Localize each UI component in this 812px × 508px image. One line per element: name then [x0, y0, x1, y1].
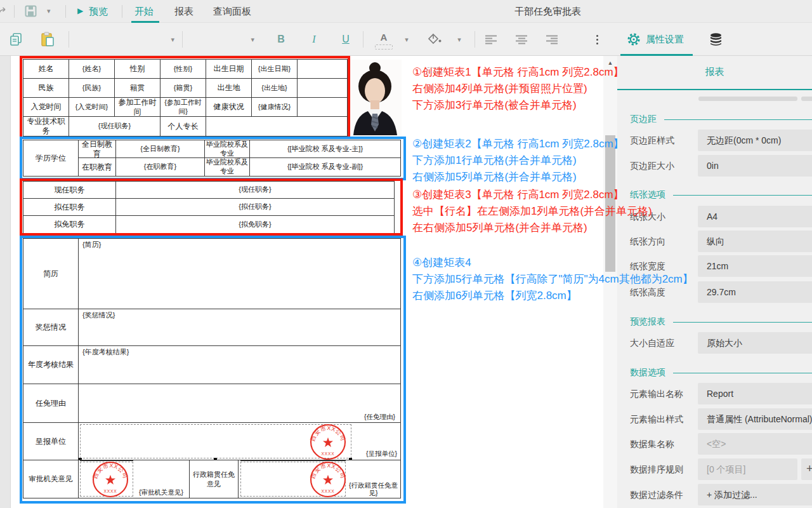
play-icon[interactable]: ▶ [77, 6, 83, 15]
cell[interactable]: {现任职务} [116, 182, 394, 199]
id-photo[interactable] [349, 60, 402, 135]
cell[interactable]: {奖惩情况} [79, 309, 400, 346]
underline-button[interactable]: U [337, 23, 354, 56]
align-center-button[interactable] [514, 23, 528, 56]
paper-width-field[interactable]: 21cm [698, 255, 812, 277]
cell[interactable]: {年度考核结果} [79, 346, 400, 384]
cell[interactable]: {性别} [160, 60, 206, 79]
cell[interactable]: 参加工作时间 [115, 98, 160, 117]
scrollbar-thumb[interactable] [605, 135, 615, 272]
cell[interactable]: 专业技术职务 [23, 117, 69, 136]
font-family-combobox[interactable]: ▾ [73, 23, 174, 56]
cell[interactable]: {参加工作时间} [160, 98, 206, 117]
cell[interactable]: 任免理由 [23, 384, 79, 423]
cell[interactable]: 性别 [115, 60, 160, 79]
align-right-button[interactable] [545, 23, 559, 56]
add-sort-rule-button[interactable]: + [801, 458, 812, 480]
canvas-vertical-scrollbar[interactable]: ▲ [603, 56, 617, 508]
fill-color-caret[interactable]: ▾ [453, 23, 466, 56]
save-icon[interactable] [25, 5, 37, 17]
margin-size-field[interactable]: 0in [698, 155, 812, 177]
cell[interactable]: {健康情况} [252, 98, 298, 117]
element-output-style-field[interactable]: 普通属性 (AttributeNormal) [698, 408, 812, 430]
cell[interactable]: {任免理由} [79, 384, 400, 423]
italic-button[interactable]: I [306, 23, 322, 56]
font-color-button[interactable]: A [374, 23, 393, 56]
fill-color-bucket-icon[interactable] [428, 33, 443, 44]
add-filter-button[interactable]: + 添加过滤... [698, 484, 812, 505]
cell[interactable]: {全日制教育} [116, 140, 205, 158]
cell[interactable]: {拟任职务} [116, 199, 394, 216]
properties-settings-tab[interactable]: 属性设置 [627, 23, 684, 56]
cell[interactable]: 行政籍贯任免意见 [189, 460, 239, 498]
paper-orientation-field[interactable]: 纵向 [698, 231, 812, 252]
cell[interactable]: 民族 [23, 79, 69, 98]
copy-icon[interactable] [9, 32, 23, 46]
cell[interactable] [206, 117, 347, 136]
cell[interactable]: 毕业院校系及专业 [205, 140, 250, 158]
cell[interactable]: 审批机关意见 [23, 460, 79, 498]
cell[interactable]: 拟免职务 [23, 216, 116, 233]
more-options-button[interactable] [591, 23, 603, 56]
paste-icon[interactable] [40, 32, 56, 48]
cell[interactable]: {姓名} [69, 60, 115, 79]
cell[interactable]: 籍贯 [115, 79, 160, 98]
cell[interactable]: {[毕业院校 系及专业-副]} [250, 158, 400, 176]
photo-placeholder-cell[interactable] [298, 98, 347, 117]
cell[interactable]: 出生地 [206, 79, 252, 98]
cell[interactable]: 个人专长 [160, 117, 206, 136]
cell[interactable]: 姓名 [23, 60, 69, 79]
cell[interactable]: {在职教育} [116, 158, 205, 176]
cell[interactable]: 呈报单位 [23, 423, 79, 460]
margin-style-field[interactable]: 无边距(0cm * 0cm) [698, 130, 812, 151]
cell[interactable]: 西安市XX公司 XXXX {审批机关意见} 行政籍贯任免意见 西安市XX公司 X… [79, 460, 400, 498]
font-color-caret[interactable]: ▾ [400, 23, 413, 56]
paper-height-field[interactable]: 29.7cm [698, 281, 812, 303]
cell[interactable]: 简历 [23, 239, 79, 309]
cell[interactable]: 健康状况 [206, 98, 252, 117]
photo-placeholder-cell[interactable] [298, 79, 347, 98]
cell[interactable]: {拟免职务} [116, 216, 394, 233]
element-output-name-field[interactable]: Report [698, 383, 812, 404]
cell[interactable]: {民族} [69, 79, 115, 98]
cell[interactable]: 出生日期 [206, 60, 252, 79]
panel-tab-report[interactable]: 报表 [617, 56, 812, 88]
cell[interactable]: {籍贯} [160, 79, 206, 98]
save-dropdown-caret[interactable]: ▾ [47, 7, 51, 15]
cell[interactable]: 入党时间 [23, 98, 69, 117]
bold-button[interactable]: B [273, 23, 289, 56]
cell[interactable]: {出生日期} [252, 60, 298, 79]
selection-handle-bar[interactable] [240, 460, 346, 461]
titlebar: ▾ ▶ 预览 开始 报表 查询面板 干部任免审批表 [0, 0, 812, 23]
data-sort-rule-field[interactable]: [0 个项目] [698, 458, 797, 480]
dataset-name-field[interactable]: <空> [698, 433, 812, 455]
menu-tab-start[interactable]: 开始 [134, 0, 154, 23]
cell[interactable]: 奖惩情况 [23, 309, 79, 346]
menu-tab-report[interactable]: 报表 [174, 0, 193, 23]
cell[interactable]: 年度考核结果 [23, 346, 79, 384]
align-left-button[interactable] [484, 23, 498, 56]
database-icon[interactable] [709, 32, 723, 47]
selection-handle-bar[interactable] [80, 460, 133, 461]
font-size-combobox[interactable]: ▾ [188, 23, 254, 56]
cell[interactable]: 西安市XX公司 XXXX {呈报单位} [79, 423, 400, 460]
cell[interactable]: 现任职务 [23, 182, 116, 199]
scroll-up-arrow-icon[interactable]: ▲ [603, 60, 617, 66]
cell[interactable]: 全日制教育 [79, 140, 116, 158]
share-arrow-icon[interactable] [0, 5, 9, 17]
cell[interactable]: {入党时间} [69, 98, 115, 117]
paper-size-field[interactable]: A4 [698, 206, 812, 227]
photo-placeholder-cell[interactable] [298, 60, 347, 79]
cell[interactable]: 在职教育 [79, 158, 116, 176]
cell[interactable]: {出生地} [252, 79, 298, 98]
menu-tab-query-panel[interactable]: 查询面板 [213, 0, 251, 23]
cell[interactable]: 学历学位 [23, 140, 79, 176]
cell[interactable]: 拟任职务 [23, 199, 116, 216]
field-label: 纸张宽度 [630, 255, 665, 277]
cell[interactable]: {[毕业院校 系及专业-主]} [250, 140, 400, 158]
preview-button[interactable]: 预览 [89, 0, 108, 23]
cell[interactable]: {简历} [79, 239, 400, 309]
size-adaptive-field[interactable]: 原始大小 [698, 332, 812, 354]
cell[interactable]: 毕业院校系及专业 [205, 158, 250, 176]
cell[interactable]: {现任职务} [69, 117, 160, 136]
